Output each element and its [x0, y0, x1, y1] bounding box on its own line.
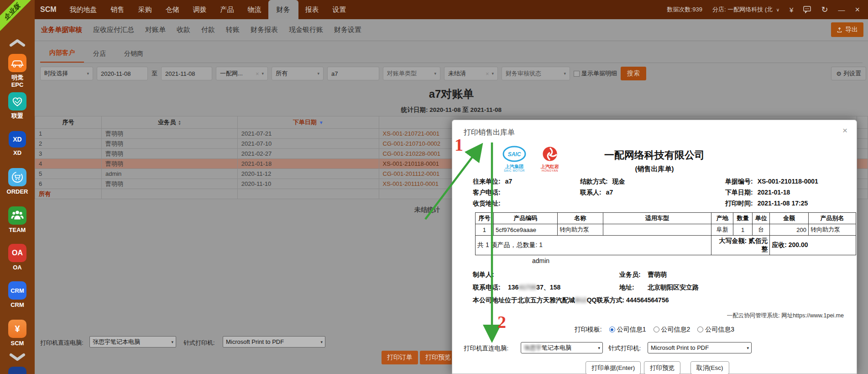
sidebar-item-team[interactable]: TEAM	[0, 206, 35, 234]
sidebar-item-scm[interactable]: ¥ SCM	[0, 320, 35, 347]
nav-item-purchase[interactable]: 采购	[131, 0, 159, 19]
chevron-down-icon: ▾	[259, 71, 264, 76]
printer-label: 打印机直连电脑:	[40, 339, 84, 347]
tel-label: 联系电话:	[473, 284, 501, 292]
refresh-icon[interactable]: ↻	[821, 5, 828, 15]
scroll-up-icon[interactable]	[0, 38, 35, 47]
nav-item-finance[interactable]: 财务	[268, 0, 298, 19]
finance-subnav: 业务单据审核 应收应付汇总 对账单 收款 付款 转账 财务报表 现金银行账 财务…	[35, 19, 868, 41]
nav-item-sales[interactable]: 销售	[104, 0, 131, 19]
modal-stylus-select[interactable]: Microsoft Print to PDF▾	[648, 342, 752, 353]
template-option-2[interactable]: 公司信息2	[654, 326, 690, 334]
subnav-item-cashbank[interactable]: 现金银行账	[289, 26, 323, 34]
system-footer-note: 一配云协同管理系统: 网址https://www.1pei.me	[727, 312, 844, 320]
audit-status-select[interactable]: 财务审核状态▾	[502, 67, 570, 80]
dialog-title: 打印销售出库单	[464, 128, 515, 137]
tab-branch[interactable]: 分店	[84, 45, 115, 63]
clear-icon[interactable]: ×	[253, 70, 259, 77]
chevron-down-icon: ▾	[320, 340, 323, 344]
subnav-item-transfer[interactable]: 转账	[226, 26, 240, 34]
sidebar-item-oa[interactable]: OA OA	[0, 244, 35, 271]
nav-item-transfer[interactable]: 调拨	[186, 0, 214, 19]
app-label: 明觉	[11, 74, 24, 81]
branch-filter-select[interactable]: 一配网...×▾	[216, 67, 268, 80]
tab-distributor[interactable]: 分销商	[115, 45, 152, 63]
nav-item-settings[interactable]: 设置	[326, 0, 353, 19]
show-detail-checkbox[interactable]	[574, 71, 580, 77]
close-icon[interactable]: ×	[842, 126, 847, 136]
modal-print-preview-button[interactable]: 打印预览	[644, 361, 680, 374]
product-row: 15cf976ce9aaae转向助力泵阜新1台200转向助力泵	[476, 224, 856, 236]
column-settings-button[interactable]: ⚙ 列设置	[831, 67, 866, 80]
partial-app-icon[interactable]	[8, 367, 26, 374]
keyword-input[interactable]	[327, 67, 379, 80]
sidebar-item-xd[interactable]: XD XD	[0, 131, 35, 157]
date-from-input[interactable]	[97, 67, 148, 80]
nav-item-warehouse[interactable]: 仓储	[159, 0, 186, 19]
nav-item-scm[interactable]: SCM	[35, 0, 63, 19]
sidebar-item-order[interactable]: ORDER	[0, 168, 35, 195]
show-detail-label: 显示单据明细	[581, 69, 617, 78]
subnav-item-finsettings[interactable]: 财务设置	[334, 26, 361, 34]
print-preview-button[interactable]: 打印预览	[420, 351, 456, 364]
subnav-item-finreport[interactable]: 财务报表	[251, 26, 278, 34]
app-label: 联盟	[11, 112, 23, 120]
maker-label: 制单人:	[473, 271, 494, 279]
col-seq[interactable]: 序号	[35, 116, 102, 129]
settle-status-select[interactable]: 未结清×▾	[444, 67, 498, 80]
branch-selector[interactable]: 分店: 一配网络科技 (北 ∨	[712, 5, 779, 14]
subnav-item-statement[interactable]: 对账单	[145, 26, 166, 34]
sort-icon: ▲▼	[178, 120, 181, 126]
currency-icon[interactable]: ¥	[790, 6, 793, 14]
product-header-row: 序号产品编码名称适用车型产地数量单位金额产品别名	[476, 213, 856, 224]
template-option-3[interactable]: 公司信息3	[697, 326, 734, 334]
sidebar-item-mingjue-epc[interactable]: 明觉EPC	[0, 54, 35, 89]
subnav-item-audit[interactable]: 业务单据审核	[41, 26, 82, 34]
app-label: XD	[13, 149, 21, 157]
subnav-item-payment[interactable]: 付款	[201, 26, 215, 34]
radio-icon[interactable]	[654, 327, 659, 332]
app-label-2: EPC	[11, 81, 24, 89]
col-order-date[interactable]: 下单日期▼	[237, 116, 379, 129]
chevron-down-icon: ▾	[489, 71, 494, 76]
all-filter-select[interactable]: 所有▾	[272, 67, 324, 80]
product-table: 序号产品编码名称适用车型产地数量单位金额产品别名 15cf976ce9aaae转…	[475, 212, 856, 255]
nav-item-product[interactable]: 产品	[214, 0, 241, 19]
modal-printer-select[interactable]: 张思宇笔记本电脑▾	[521, 342, 603, 353]
tab-internal-customer[interactable]: 内部客户	[40, 44, 84, 63]
sidebar-item-crm[interactable]: CRM CRM	[0, 281, 35, 309]
nav-item-reports[interactable]: 报表	[298, 0, 326, 19]
bill-type-select[interactable]: 对账单类型▾	[383, 67, 440, 80]
stylus-printer-label: 针式打印机:	[183, 339, 215, 347]
sidebar-item-lianmeng[interactable]: 联盟	[0, 92, 35, 120]
nav-item-my-area[interactable]: 我的地盘	[63, 0, 104, 19]
data-count-label: 数据次数:939	[667, 5, 702, 14]
radio-icon[interactable]	[697, 327, 703, 332]
search-button[interactable]: 搜索	[621, 67, 646, 80]
date-to-input[interactable]	[161, 67, 212, 80]
subnav-item-ar-ap[interactable]: 应收应付汇总	[93, 26, 134, 34]
print-template-row: 打印模板: 公司信息1 公司信息2 公司信息3	[452, 326, 857, 334]
clear-icon[interactable]: ×	[483, 70, 489, 77]
subnav-item-receipt[interactable]: 收款	[177, 26, 190, 34]
chat-icon[interactable]	[803, 6, 811, 13]
printer-select[interactable]: 张思宇笔记本电脑▾	[89, 336, 176, 348]
print-doc-button[interactable]: 打印单据(Enter)	[586, 361, 641, 374]
close-window-icon[interactable]: ×	[855, 5, 860, 15]
chevron-down-icon: ▾	[171, 340, 173, 344]
scroll-down-icon[interactable]	[0, 353, 35, 362]
template-option-1[interactable]: 公司信息1	[609, 326, 646, 334]
export-button[interactable]: 导出	[831, 22, 863, 37]
cancel-button[interactable]: 取消(Esc)	[690, 361, 729, 374]
col-salesman[interactable]: 业务员▲▼	[101, 116, 237, 129]
print-order-button[interactable]: 打印订单	[382, 351, 418, 364]
nav-item-logistics[interactable]: 物流	[241, 0, 268, 19]
chevron-down-icon: ∨	[776, 7, 779, 12]
period-select[interactable]: 时段选择▾	[40, 67, 93, 80]
chevron-down-icon: ▾	[431, 71, 436, 76]
minimize-icon[interactable]: —	[838, 6, 845, 14]
radio-checked-icon[interactable]	[609, 327, 615, 332]
branch-value: 一配网络科技 (北	[727, 6, 773, 13]
stylus-printer-select[interactable]: Microsoft Print to PDF▾	[223, 336, 325, 348]
xd-icon: XD	[9, 131, 26, 147]
